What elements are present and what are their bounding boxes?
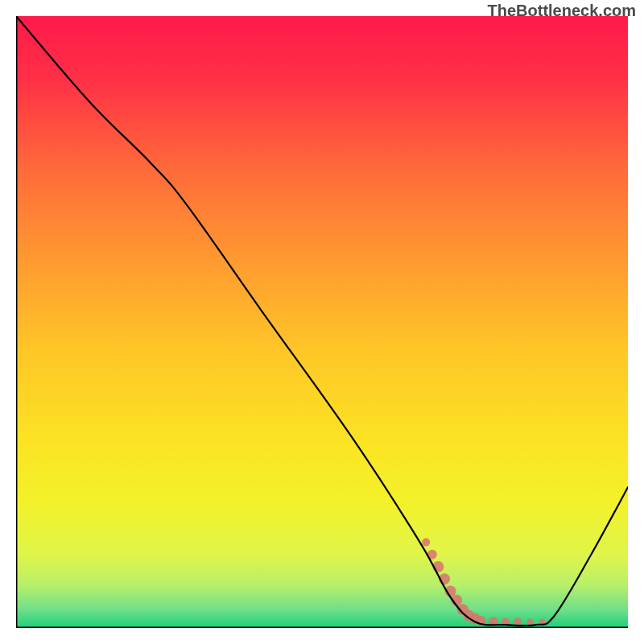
chart-area (16, 16, 628, 628)
gradient-background (16, 16, 628, 628)
watermark-text: TheBottleneck.com (488, 2, 636, 20)
svg-point-13 (526, 618, 533, 625)
chart-svg (16, 16, 628, 628)
chart-container: TheBottleneck.com (0, 0, 644, 644)
svg-point-0 (422, 539, 430, 547)
